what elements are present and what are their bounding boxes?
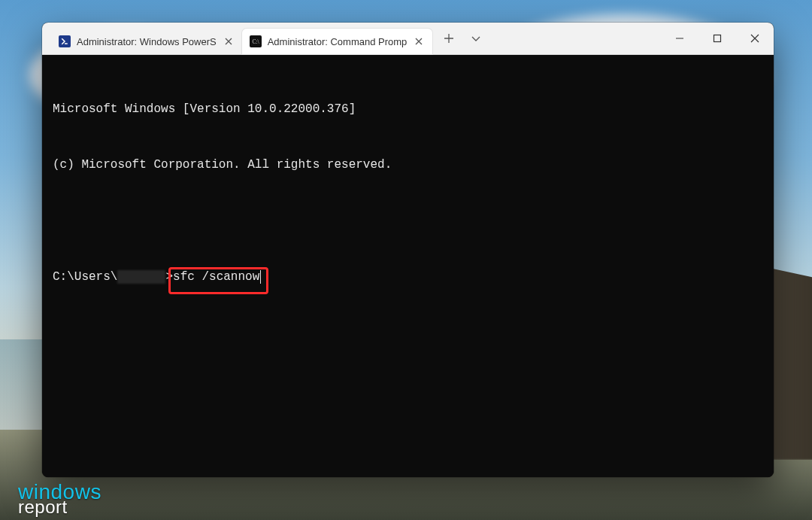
maximize-button[interactable] [698,23,736,54]
terminal-prompt-line: C:\Users\>sfc /scannow [53,268,763,287]
terminal-blank-line [53,211,763,230]
terminal-output-line: Microsoft Windows [Version 10.0.22000.37… [53,100,763,119]
titlebar-drag-area[interactable] [492,23,661,54]
terminal-viewport[interactable]: Microsoft Windows [Version 10.0.22000.37… [42,55,774,477]
close-button[interactable] [736,23,774,54]
minimize-button[interactable] [661,23,698,54]
minimize-icon [675,34,684,43]
new-tab-button[interactable] [435,23,462,54]
chevron-down-icon [471,33,481,44]
tab-label: Administrator: Command Promp [268,36,408,47]
watermark: windows report [18,484,102,514]
prompt-prefix: C:\Users\ [53,270,117,284]
maximize-icon [713,34,722,43]
redacted-username [117,270,165,284]
terminal-output-line: (c) Microsoft Corporation. All rights re… [53,156,763,175]
svg-text:C:\: C:\ [252,38,259,45]
tab-actions [432,23,492,54]
powershell-icon [59,35,71,47]
tab-dropdown-button[interactable] [462,23,489,54]
plus-icon [444,33,454,44]
cmd-icon: C:\ [250,35,262,47]
tab-cmd[interactable]: C:\ Administrator: Command Promp [242,29,433,54]
tab-label: Administrator: Windows PowerS [77,36,217,47]
svg-rect-1 [714,35,721,42]
terminal-window: Administrator: Windows PowerS C:\ Admini… [42,23,774,477]
tab-close-button[interactable] [223,35,235,47]
titlebar[interactable]: Administrator: Windows PowerS C:\ Admini… [42,23,774,55]
tab-strip: Administrator: Windows PowerS C:\ Admini… [42,23,432,54]
close-icon [750,34,759,43]
window-controls [661,23,774,54]
tab-close-button[interactable] [413,35,425,47]
tab-powershell[interactable]: Administrator: Windows PowerS [51,29,242,54]
prompt-suffix: > [165,270,173,284]
desktop-wallpaper: Administrator: Windows PowerS C:\ Admini… [0,0,812,520]
text-cursor [260,270,261,284]
typed-command: sfc /scannow [173,270,259,284]
